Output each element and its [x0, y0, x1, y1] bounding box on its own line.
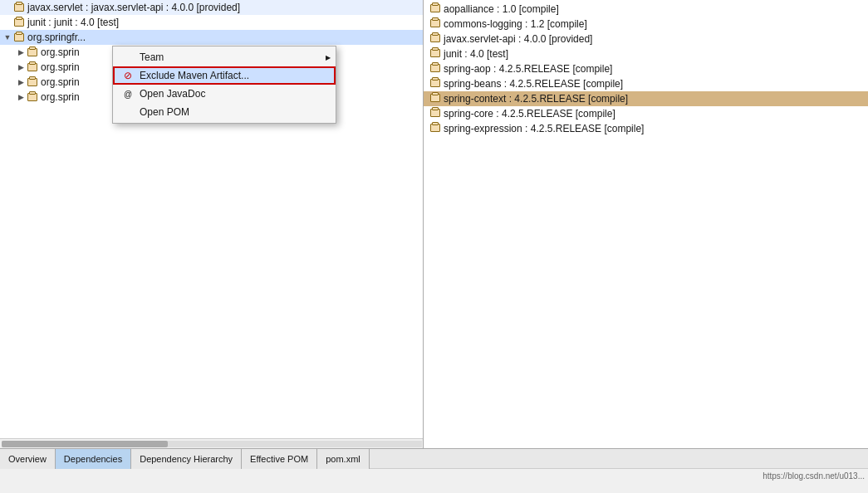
tree-item-javax-servlet[interactable]: javax.servlet : javax.servlet-api : 4.0.…	[0, 0, 423, 15]
expand-arrow-org: ▼	[3, 33, 12, 41]
tab-effective-pom-label: Effective POM	[250, 454, 308, 464]
javadoc-label: Open JavaDoc	[140, 88, 205, 100]
jar-icon-spring-1	[27, 46, 38, 58]
tab-pom-xml-label: pom.xml	[326, 454, 360, 464]
label-junit: junit : 4.0 [test]	[444, 48, 508, 60]
jar-icon-spring-3	[27, 76, 38, 88]
item-label-spring-3: org.sprin	[41, 76, 80, 88]
item-label-org: org.springfr...	[27, 32, 86, 43]
jar-icon-junit-r	[430, 48, 440, 60]
horizontal-scrollbar[interactable]	[0, 438, 424, 448]
tree-item-org-springframework[interactable]: ▼ org.springfr...	[0, 30, 423, 45]
no-arrow	[3, 3, 12, 12]
tab-effective-pom[interactable]: Effective POM	[242, 449, 317, 469]
tab-overview[interactable]: Overview	[0, 449, 56, 469]
jar-icon-spring-2	[27, 61, 38, 73]
tab-dependencies[interactable]: Dependencies	[56, 449, 131, 469]
team-label: Team	[140, 51, 164, 63]
label-aop: aopalliance : 1.0 [compile]	[444, 3, 559, 15]
main-container: javax.servlet : javax.servlet-api : 4.0.…	[0, 0, 868, 448]
pom-label: Open POM	[140, 106, 189, 118]
item-label: junit : junit : 4.0 [test]	[27, 17, 119, 28]
item-label: javax.servlet : javax.servlet-api : 4.0.…	[27, 2, 240, 13]
item-label-spring-4: org.sprin	[41, 91, 80, 103]
tab-bar: Overview Dependencies Dependency Hierarc…	[0, 448, 868, 468]
right-panel: aopalliance : 1.0 [compile] commons-logg…	[424, 0, 868, 448]
menu-item-exclude[interactable]: ⊘ Exclude Maven Artifact...	[113, 66, 336, 85]
label-spring-aop: spring-aop : 4.2.5.RELEASE [compile]	[444, 63, 612, 75]
no-arrow-junit	[3, 18, 12, 27]
exclude-label: Exclude Maven Artifact...	[140, 70, 249, 81]
jar-icon-commons	[430, 18, 440, 30]
jar-icon-spring-aop	[430, 63, 440, 75]
status-bar: https://blog.csdn.net/u013...	[0, 468, 868, 483]
jar-icon-spring-expr	[430, 123, 440, 134]
jar-icon-spring-4	[27, 91, 38, 103]
status-text: https://blog.csdn.net/u013...	[763, 471, 865, 481]
label-spring-beans: spring-beans : 4.2.5.RELEASE [compile]	[444, 78, 623, 90]
jar-icon-javax-r	[430, 33, 440, 45]
scrollbar-thumb[interactable]	[2, 441, 168, 447]
jar-icon-spring-beans	[430, 78, 440, 90]
expand-arrow-3: ▶	[17, 78, 25, 86]
jar-icon-aop	[430, 3, 440, 15]
menu-item-open-pom[interactable]: Open POM	[113, 103, 336, 121]
label-spring-context: spring-context : 4.2.5.RELEASE [compile]	[444, 93, 628, 105]
scrollbar-track[interactable]	[2, 441, 422, 447]
jar-icon-spring-core	[430, 108, 440, 120]
right-item-spring-beans[interactable]: spring-beans : 4.2.5.RELEASE [compile]	[424, 76, 868, 91]
exclude-icon: ⊘	[121, 69, 135, 82]
menu-item-team[interactable]: Team	[113, 48, 336, 66]
right-item-spring-context[interactable]: spring-context : 4.2.5.RELEASE [compile]	[424, 91, 868, 106]
tab-dependencies-label: Dependencies	[64, 454, 122, 464]
right-item-spring-expression[interactable]: spring-expression : 4.2.5.RELEASE [compi…	[424, 121, 868, 136]
jar-icon-spring-context	[430, 93, 440, 105]
jar-icon-junit	[13, 17, 25, 28]
item-label-spring-2: org.sprin	[41, 61, 80, 73]
tab-overview-label: Overview	[8, 454, 47, 464]
label-spring-expression: spring-expression : 4.2.5.RELEASE [compi…	[444, 123, 644, 134]
tab-pom-xml[interactable]: pom.xml	[317, 449, 370, 469]
tab-dependency-hierarchy-label: Dependency Hierarchy	[140, 454, 233, 464]
tab-dependency-hierarchy[interactable]: Dependency Hierarchy	[131, 449, 242, 469]
javadoc-icon: @	[121, 87, 135, 100]
right-item-spring-aop[interactable]: spring-aop : 4.2.5.RELEASE [compile]	[424, 61, 868, 76]
item-label-spring-1: org.sprin	[41, 46, 80, 58]
jar-icon-org	[13, 32, 25, 43]
right-item-javax-servlet[interactable]: javax.servlet-api : 4.0.0 [provided]	[424, 32, 868, 46]
expand-arrow-2: ▶	[17, 63, 25, 71]
left-panel: javax.servlet : javax.servlet-api : 4.0.…	[0, 0, 424, 448]
label-spring-core: spring-core : 4.2.5.RELEASE [compile]	[444, 108, 615, 120]
team-icon	[121, 51, 135, 64]
tree-item-junit[interactable]: junit : junit : 4.0 [test]	[0, 15, 423, 30]
right-item-junit[interactable]: junit : 4.0 [test]	[424, 46, 868, 61]
right-item-aopalliance[interactable]: aopalliance : 1.0 [compile]	[424, 2, 868, 17]
scrollbar-area	[0, 438, 423, 448]
label-javax: javax.servlet-api : 4.0.0 [provided]	[444, 33, 592, 45]
jar-icon-javax	[13, 2, 25, 13]
context-menu: Team ⊘ Exclude Maven Artifact... @ Open …	[112, 46, 336, 124]
expand-arrow-4: ▶	[17, 93, 25, 101]
label-commons: commons-logging : 1.2 [compile]	[444, 18, 587, 30]
right-item-commons-logging[interactable]: commons-logging : 1.2 [compile]	[424, 17, 868, 32]
expand-arrow-1: ▶	[17, 48, 25, 56]
menu-item-open-javadoc[interactable]: @ Open JavaDoc	[113, 85, 336, 103]
pom-icon	[121, 105, 135, 119]
right-item-spring-core[interactable]: spring-core : 4.2.5.RELEASE [compile]	[424, 106, 868, 121]
